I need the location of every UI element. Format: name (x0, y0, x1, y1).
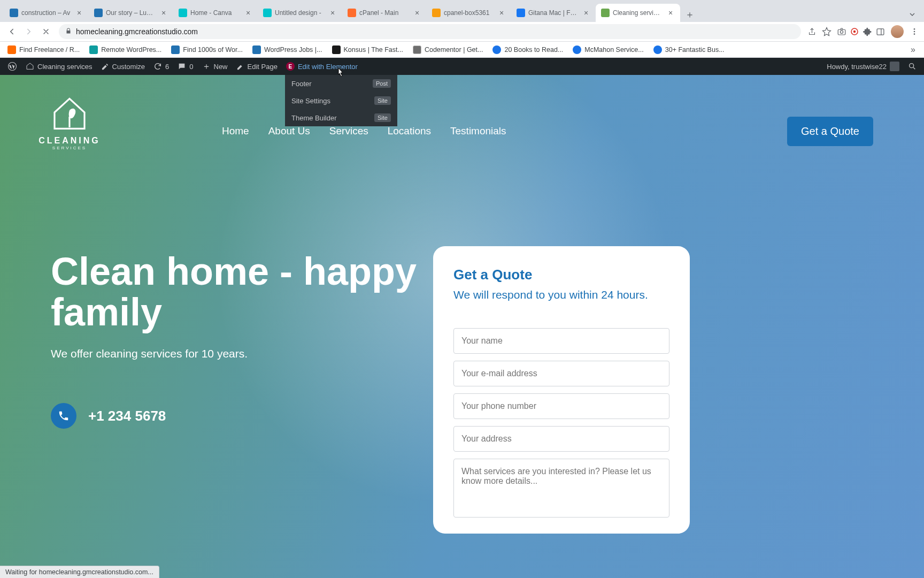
bookmark-label: 20 Books to Read... (504, 46, 563, 54)
wp-edit-elementor[interactable]: E Edit with Elementor (282, 58, 362, 75)
bookmark-item[interactable]: WordPress Jobs |... (248, 43, 327, 56)
wp-comments[interactable]: 0 (173, 58, 197, 75)
new-tab-button[interactable]: ＋ (682, 7, 697, 22)
elementor-dropdown-item-footer[interactable]: Footer Post (285, 75, 397, 92)
share-icon[interactable] (806, 26, 817, 37)
hero-title: Clean home - happy family (51, 252, 425, 332)
site-name-label: Cleaning services (37, 63, 93, 71)
address-input[interactable] (453, 426, 669, 452)
wp-howdy[interactable]: Howdy, trustwise22 (822, 58, 904, 75)
bookmark-favicon (252, 45, 261, 54)
side-panel-icon[interactable] (875, 26, 886, 37)
browser-tab[interactable]: Our story – Luxpa × (89, 4, 173, 22)
extension-icon[interactable] (849, 26, 860, 37)
browser-tab[interactable]: Home - Canva × (173, 4, 258, 22)
wp-edit-page[interactable]: Edit Page (232, 58, 282, 75)
bookmark-label: Find Freelance / R... (19, 46, 80, 54)
camera-icon[interactable] (836, 26, 847, 37)
close-icon[interactable]: × (497, 9, 506, 17)
tab-title: cpanel-box5361 (444, 9, 494, 17)
menu-icon[interactable] (909, 26, 920, 37)
nav-locations[interactable]: Locations (388, 125, 431, 137)
close-icon[interactable]: × (413, 9, 421, 17)
nav-about[interactable]: About Us (268, 125, 310, 137)
bookmark-item[interactable]: Remote WordPres... (85, 43, 166, 56)
bookmark-label: McMahon Service... (584, 46, 643, 54)
close-icon[interactable]: × (582, 9, 590, 17)
new-label: New (214, 63, 228, 71)
wp-customize[interactable]: Customize (97, 58, 149, 75)
svg-point-6 (914, 28, 915, 30)
close-icon[interactable]: × (666, 9, 675, 17)
browser-tab-strip: construction – Av × Our story – Luxpa × … (0, 0, 924, 22)
get-quote-button[interactable]: Get a Quote (787, 117, 873, 146)
url-text: homecleaning.gmcreationstudio.com (76, 27, 198, 36)
edit-elementor-label: Edit with Elementor (298, 63, 358, 71)
bookmark-label: Codementor | Get... (425, 46, 483, 54)
bookmark-favicon (89, 45, 98, 54)
wp-logo-menu[interactable] (3, 58, 21, 75)
profile-avatar[interactable] (891, 25, 904, 38)
bookmark-label: 30+ Fantastic Bus... (665, 46, 725, 54)
site-logo[interactable]: CLEANING SERVICES (40, 91, 99, 171)
bookmark-favicon (573, 45, 581, 54)
browser-tab[interactable]: cpanel-box5361 × (427, 4, 511, 22)
wp-updates[interactable]: 6 (149, 58, 173, 75)
user-avatar (890, 62, 899, 71)
bookmark-favicon (332, 45, 341, 54)
bookmark-item[interactable]: Find Freelance / R... (3, 43, 84, 56)
email-input[interactable] (453, 361, 669, 386)
quote-subtitle: We will respond to you within 24 hours. (453, 288, 669, 301)
close-icon[interactable]: × (328, 9, 337, 17)
favicon (179, 9, 187, 17)
bookmark-item[interactable]: Find 1000s of Wor... (167, 43, 247, 56)
extensions-icon[interactable] (862, 26, 873, 37)
bookmarks-overflow-icon[interactable]: » (905, 45, 921, 55)
browser-tab[interactable]: construction – Av × (4, 4, 89, 22)
close-icon[interactable]: × (159, 9, 168, 17)
howdy-label: Howdy, trustwise22 (827, 63, 887, 71)
site-header: CLEANING SERVICES Home About Us Services… (0, 75, 924, 171)
name-input[interactable] (453, 328, 669, 354)
address-bar[interactable]: homecleaning.gmcreationstudio.com (59, 24, 801, 39)
elementor-dropdown-item-theme-builder[interactable]: Theme Builder Site (285, 109, 397, 126)
elementor-dropdown: Footer Post Site Settings Site Theme Bui… (285, 75, 397, 126)
bookmark-label: WordPress Jobs |... (264, 46, 322, 54)
forward-button[interactable] (21, 24, 36, 39)
back-button[interactable] (4, 24, 19, 39)
browser-tab-active[interactable]: Cleaning services × (596, 4, 680, 22)
tabs-dropdown-icon[interactable] (905, 7, 920, 22)
wp-site-name[interactable]: Cleaning services (21, 58, 97, 75)
message-textarea[interactable] (453, 459, 669, 518)
browser-tab[interactable]: Untitled design - × (258, 4, 342, 22)
nav-services[interactable]: Services (329, 125, 368, 137)
phone-input[interactable] (453, 393, 669, 419)
browser-tab[interactable]: cPanel - Main × (342, 4, 427, 22)
main-nav: Home About Us Services Locations Testimo… (222, 125, 506, 137)
nav-testimonials[interactable]: Testimonials (450, 125, 506, 137)
phone-cta[interactable]: +1 234 5678 (51, 403, 425, 429)
wp-new[interactable]: ＋ New (198, 58, 232, 75)
wp-search-icon[interactable] (904, 58, 921, 75)
elementor-dropdown-item-site-settings[interactable]: Site Settings Site (285, 92, 397, 109)
bookmark-favicon (653, 45, 662, 54)
bookmark-item[interactable]: 30+ Fantastic Bus... (649, 43, 729, 56)
tab-title: Our story – Luxpa (106, 9, 156, 17)
logo-text: CLEANING (38, 136, 101, 146)
browser-tab[interactable]: Gitana Mac | Face × (511, 4, 596, 22)
bookmark-favicon (413, 45, 421, 54)
elementor-icon: E (286, 62, 295, 71)
tab-title: cPanel - Main (359, 9, 410, 17)
close-icon[interactable]: × (75, 9, 83, 17)
bookmark-item[interactable]: 20 Books to Read... (488, 43, 567, 56)
bookmark-item[interactable]: McMahon Service... (568, 43, 648, 56)
close-icon[interactable]: × (244, 9, 252, 17)
bookmark-label: Find 1000s of Wor... (183, 46, 243, 54)
stop-loading-button[interactable] (38, 24, 53, 39)
dropdown-item-badge: Site (374, 96, 391, 105)
tab-title: construction – Av (21, 9, 72, 17)
nav-home[interactable]: Home (222, 125, 249, 137)
bookmark-item[interactable]: Codementor | Get... (409, 43, 488, 56)
star-icon[interactable] (821, 26, 832, 37)
bookmark-item[interactable]: Konsus | The Fast... (328, 43, 407, 56)
